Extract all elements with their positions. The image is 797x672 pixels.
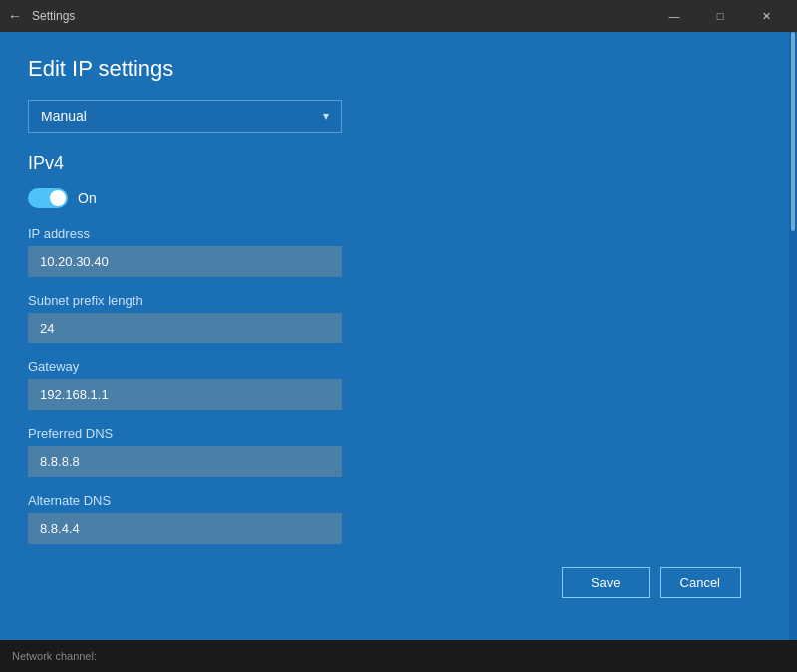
bottom-bar-text: Network channel: [12, 650, 97, 662]
ipv4-section-header: IPv4 [28, 153, 761, 174]
field-label-alternate-dns: Alternate DNS [28, 493, 761, 508]
field-group-preferred-dns: Preferred DNS [28, 426, 761, 477]
fields-container: IP addressSubnet prefix lengthGatewayPre… [28, 226, 761, 544]
ip-mode-dropdown[interactable]: Manual ▾ [28, 100, 342, 133]
back-button[interactable]: ← [8, 8, 22, 24]
field-input-gateway[interactable] [28, 379, 342, 410]
toggle-label: On [78, 190, 97, 206]
field-input-preferred-dns[interactable] [28, 446, 342, 477]
maximize-button[interactable]: □ [697, 0, 743, 32]
minimize-button[interactable]: — [652, 0, 697, 32]
toggle-knob [50, 190, 66, 206]
scrollbar-track[interactable] [789, 32, 797, 640]
bottom-bar: Network channel: [0, 640, 797, 672]
content-area: Edit IP settings Manual ▾ IPv4 On IP add… [0, 32, 789, 640]
field-label-ip-address: IP address [28, 226, 761, 241]
page-title: Edit IP settings [28, 56, 761, 82]
main-window: Edit IP settings Manual ▾ IPv4 On IP add… [0, 32, 797, 640]
field-label-gateway: Gateway [28, 359, 761, 374]
field-input-subnet-prefix[interactable] [28, 313, 342, 343]
dropdown-arrow-icon: ▾ [323, 110, 329, 123]
field-group-gateway: Gateway [28, 359, 761, 410]
field-input-ip-address[interactable] [28, 246, 342, 277]
field-input-alternate-dns[interactable] [28, 513, 342, 544]
titlebar-controls: — □ ✕ [652, 0, 789, 32]
field-label-preferred-dns: Preferred DNS [28, 426, 761, 441]
ipv4-toggle[interactable] [28, 188, 68, 208]
titlebar: ← Settings — □ ✕ [0, 0, 797, 32]
action-buttons: Save Cancel [28, 567, 761, 598]
field-group-alternate-dns: Alternate DNS [28, 493, 761, 544]
scrollbar-thumb [791, 32, 795, 231]
titlebar-title: Settings [32, 9, 652, 23]
close-button[interactable]: ✕ [743, 0, 789, 32]
field-label-subnet-prefix: Subnet prefix length [28, 293, 761, 308]
cancel-button[interactable]: Cancel [660, 567, 741, 598]
save-button[interactable]: Save [562, 567, 650, 598]
dropdown-container: Manual ▾ [28, 100, 761, 133]
dropdown-value: Manual [41, 109, 87, 124]
field-group-subnet-prefix: Subnet prefix length [28, 293, 761, 343]
field-group-ip-address: IP address [28, 226, 761, 277]
ipv4-toggle-row: On [28, 188, 761, 208]
